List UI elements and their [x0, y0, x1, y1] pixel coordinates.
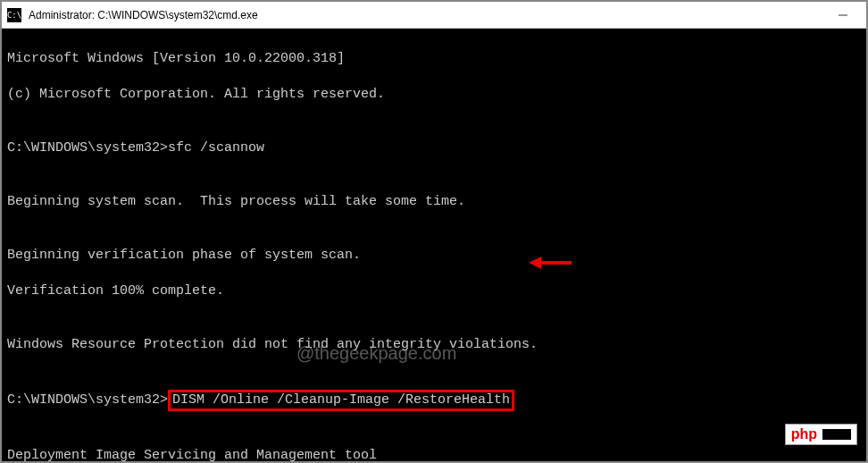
window-titlebar: C:\ Administrator: C:\WINDOWS\system32\c… [2, 2, 866, 29]
prompt-line: C:\WINDOWS\system32>sfc /scannow [7, 139, 861, 157]
output-line: Beginning verification phase of system s… [7, 247, 861, 265]
terminal-output[interactable]: Microsoft Windows [Version 10.0.22000.31… [2, 29, 866, 463]
prompt-line: C:\WINDOWS\system32>DISM /Online /Cleanu… [7, 390, 861, 411]
php-badge: php [785, 424, 857, 445]
output-line: (c) Microsoft Corporation. All rights re… [7, 86, 861, 104]
prompt-path: C:\WINDOWS\system32> [7, 392, 168, 408]
cmd-icon: C:\ [7, 8, 21, 22]
output-line: Deployment Image Servicing and Managemen… [7, 447, 861, 463]
window-title: Administrator: C:\WINDOWS\system32\cmd.e… [29, 9, 258, 21]
badge-bar-icon [822, 429, 851, 440]
output-line: Windows Resource Protection did not find… [7, 336, 861, 354]
prompt-path: C:\WINDOWS\system32> [7, 140, 168, 156]
output-line: Beginning system scan. This process will… [7, 193, 861, 211]
highlighted-command: DISM /Online /Cleanup-Image /RestoreHeal… [168, 390, 514, 411]
php-badge-text: php [791, 426, 817, 442]
svg-marker-2 [529, 257, 541, 269]
output-line: Verification 100% complete. [7, 282, 861, 300]
command-text: sfc /scannow [168, 140, 264, 156]
minimize-button[interactable] [825, 3, 861, 28]
output-line: Microsoft Windows [Version 10.0.22000.31… [7, 50, 861, 68]
annotation-arrow-icon [529, 254, 573, 276]
cmd-icon-label: C:\ [7, 11, 21, 20]
